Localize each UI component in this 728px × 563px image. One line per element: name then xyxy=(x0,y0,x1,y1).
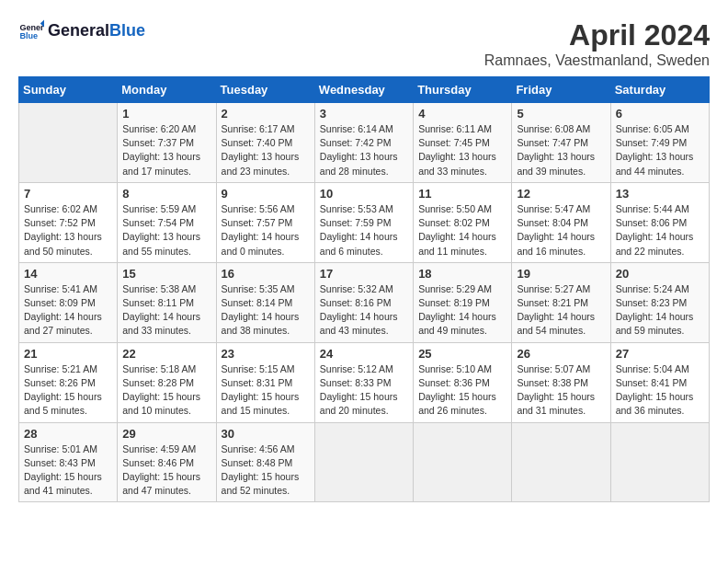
day-number: 29 xyxy=(122,427,210,441)
weekday-header-sunday: Sunday xyxy=(19,77,118,103)
calendar-cell: 19Sunrise: 5:27 AMSunset: 8:21 PMDayligh… xyxy=(512,262,610,342)
calendar-cell: 17Sunrise: 5:32 AMSunset: 8:16 PMDayligh… xyxy=(314,262,413,342)
day-info: Sunrise: 5:15 AMSunset: 8:31 PMDaylight:… xyxy=(222,362,310,419)
day-info: Sunrise: 5:01 AMSunset: 8:43 PMDaylight:… xyxy=(24,442,112,499)
day-number: 19 xyxy=(517,267,605,281)
day-number: 21 xyxy=(24,347,112,361)
calendar-cell: 7Sunrise: 6:02 AMSunset: 7:52 PMDaylight… xyxy=(19,182,118,262)
calendar-cell: 11Sunrise: 5:50 AMSunset: 8:02 PMDayligh… xyxy=(414,182,512,262)
day-info: Sunrise: 5:07 AMSunset: 8:38 PMDaylight:… xyxy=(517,362,605,419)
calendar-cell: 2Sunrise: 6:17 AMSunset: 7:40 PMDaylight… xyxy=(216,103,314,183)
day-number: 22 xyxy=(122,347,210,361)
day-info: Sunrise: 4:56 AMSunset: 8:48 PMDaylight:… xyxy=(222,442,310,499)
calendar-cell: 3Sunrise: 6:14 AMSunset: 7:42 PMDaylight… xyxy=(314,103,413,183)
weekday-header-friday: Friday xyxy=(512,77,610,103)
weekday-header-row: SundayMondayTuesdayWednesdayThursdayFrid… xyxy=(19,77,710,103)
day-number: 7 xyxy=(24,187,112,201)
day-info: Sunrise: 6:14 AMSunset: 7:42 PMDaylight:… xyxy=(320,122,408,178)
day-number: 1 xyxy=(122,107,210,121)
day-info: Sunrise: 5:27 AMSunset: 8:21 PMDaylight:… xyxy=(517,282,605,339)
day-number: 4 xyxy=(418,107,506,121)
day-info: Sunrise: 5:47 AMSunset: 8:04 PMDaylight:… xyxy=(517,202,605,259)
weekday-header-wednesday: Wednesday xyxy=(314,77,413,103)
day-info: Sunrise: 5:53 AMSunset: 7:59 PMDaylight:… xyxy=(320,202,408,259)
day-info: Sunrise: 6:08 AMSunset: 7:47 PMDaylight:… xyxy=(517,122,605,178)
calendar-cell: 27Sunrise: 5:04 AMSunset: 8:41 PMDayligh… xyxy=(610,342,709,422)
calendar-cell: 6Sunrise: 6:05 AMSunset: 7:49 PMDaylight… xyxy=(610,103,709,183)
day-number: 18 xyxy=(418,267,506,281)
title-block: April 2024 Ramnaes, Vaestmanland, Sweden xyxy=(484,18,710,69)
calendar-cell: 20Sunrise: 5:24 AMSunset: 8:23 PMDayligh… xyxy=(610,262,709,342)
calendar-cell: 12Sunrise: 5:47 AMSunset: 8:04 PMDayligh… xyxy=(512,182,610,262)
calendar-cell: 16Sunrise: 5:35 AMSunset: 8:14 PMDayligh… xyxy=(216,262,314,342)
week-row-2: 7Sunrise: 6:02 AMSunset: 7:52 PMDaylight… xyxy=(19,182,710,262)
calendar-cell xyxy=(314,422,413,502)
calendar-cell: 30Sunrise: 4:56 AMSunset: 8:48 PMDayligh… xyxy=(216,422,314,502)
day-number: 12 xyxy=(517,187,605,201)
day-number: 23 xyxy=(222,347,310,361)
day-number: 9 xyxy=(222,187,310,201)
week-row-4: 21Sunrise: 5:21 AMSunset: 8:26 PMDayligh… xyxy=(19,342,710,422)
day-number: 30 xyxy=(222,427,310,441)
week-row-3: 14Sunrise: 5:41 AMSunset: 8:09 PMDayligh… xyxy=(19,262,710,342)
calendar-cell: 24Sunrise: 5:12 AMSunset: 8:33 PMDayligh… xyxy=(314,342,413,422)
day-info: Sunrise: 5:50 AMSunset: 8:02 PMDaylight:… xyxy=(418,202,506,259)
day-number: 16 xyxy=(222,267,310,281)
day-info: Sunrise: 5:56 AMSunset: 7:57 PMDaylight:… xyxy=(222,202,310,259)
day-info: Sunrise: 4:59 AMSunset: 8:46 PMDaylight:… xyxy=(122,442,210,499)
day-info: Sunrise: 5:10 AMSunset: 8:36 PMDaylight:… xyxy=(418,362,506,419)
weekday-header-saturday: Saturday xyxy=(610,77,709,103)
calendar-cell: 15Sunrise: 5:38 AMSunset: 8:11 PMDayligh… xyxy=(118,262,216,342)
calendar-cell: 8Sunrise: 5:59 AMSunset: 7:54 PMDaylight… xyxy=(118,182,216,262)
day-info: Sunrise: 6:20 AMSunset: 7:37 PMDaylight:… xyxy=(122,122,210,178)
logo-text: GeneralBlue xyxy=(48,22,145,40)
day-info: Sunrise: 5:04 AMSunset: 8:41 PMDaylight:… xyxy=(616,362,704,419)
calendar-cell: 9Sunrise: 5:56 AMSunset: 7:57 PMDaylight… xyxy=(216,182,314,262)
day-number: 26 xyxy=(517,347,605,361)
day-info: Sunrise: 5:59 AMSunset: 7:54 PMDaylight:… xyxy=(122,202,210,259)
day-number: 13 xyxy=(616,187,704,201)
weekday-header-monday: Monday xyxy=(118,77,216,103)
calendar-cell: 23Sunrise: 5:15 AMSunset: 8:31 PMDayligh… xyxy=(216,342,314,422)
week-row-5: 28Sunrise: 5:01 AMSunset: 8:43 PMDayligh… xyxy=(19,422,710,502)
day-info: Sunrise: 5:18 AMSunset: 8:28 PMDaylight:… xyxy=(122,362,210,419)
day-number: 27 xyxy=(616,347,704,361)
day-number: 14 xyxy=(24,267,112,281)
day-info: Sunrise: 5:12 AMSunset: 8:33 PMDaylight:… xyxy=(320,362,408,419)
day-number: 10 xyxy=(320,187,408,201)
calendar-cell: 22Sunrise: 5:18 AMSunset: 8:28 PMDayligh… xyxy=(118,342,216,422)
day-info: Sunrise: 5:21 AMSunset: 8:26 PMDaylight:… xyxy=(24,362,112,419)
calendar-cell xyxy=(610,422,709,502)
calendar-cell: 4Sunrise: 6:11 AMSunset: 7:45 PMDaylight… xyxy=(414,103,512,183)
calendar-cell xyxy=(512,422,610,502)
day-number: 20 xyxy=(616,267,704,281)
svg-text:Blue: Blue xyxy=(19,31,38,40)
day-info: Sunrise: 5:41 AMSunset: 8:09 PMDaylight:… xyxy=(24,282,112,339)
day-info: Sunrise: 5:38 AMSunset: 8:11 PMDaylight:… xyxy=(122,282,210,339)
day-info: Sunrise: 5:24 AMSunset: 8:23 PMDaylight:… xyxy=(616,282,704,339)
day-info: Sunrise: 6:11 AMSunset: 7:45 PMDaylight:… xyxy=(418,122,506,178)
calendar-cell: 13Sunrise: 5:44 AMSunset: 8:06 PMDayligh… xyxy=(610,182,709,262)
month-year-title: April 2024 xyxy=(484,18,710,52)
day-number: 6 xyxy=(616,107,704,121)
calendar-cell xyxy=(19,103,118,183)
logo-icon: General Blue xyxy=(18,18,44,44)
calendar-cell: 10Sunrise: 5:53 AMSunset: 7:59 PMDayligh… xyxy=(314,182,413,262)
day-number: 8 xyxy=(122,187,210,201)
week-row-1: 1Sunrise: 6:20 AMSunset: 7:37 PMDaylight… xyxy=(19,103,710,183)
day-number: 15 xyxy=(122,267,210,281)
calendar-cell: 5Sunrise: 6:08 AMSunset: 7:47 PMDaylight… xyxy=(512,103,610,183)
calendar-cell: 25Sunrise: 5:10 AMSunset: 8:36 PMDayligh… xyxy=(414,342,512,422)
day-info: Sunrise: 5:44 AMSunset: 8:06 PMDaylight:… xyxy=(616,202,704,259)
day-info: Sunrise: 5:32 AMSunset: 8:16 PMDaylight:… xyxy=(320,282,408,339)
calendar-cell xyxy=(414,422,512,502)
day-info: Sunrise: 5:29 AMSunset: 8:19 PMDaylight:… xyxy=(418,282,506,339)
calendar-cell: 18Sunrise: 5:29 AMSunset: 8:19 PMDayligh… xyxy=(414,262,512,342)
day-number: 28 xyxy=(24,427,112,441)
calendar-cell: 28Sunrise: 5:01 AMSunset: 8:43 PMDayligh… xyxy=(19,422,118,502)
weekday-header-thursday: Thursday xyxy=(414,77,512,103)
day-info: Sunrise: 6:05 AMSunset: 7:49 PMDaylight:… xyxy=(616,122,704,178)
day-number: 5 xyxy=(517,107,605,121)
calendar-cell: 29Sunrise: 4:59 AMSunset: 8:46 PMDayligh… xyxy=(118,422,216,502)
day-number: 25 xyxy=(418,347,506,361)
